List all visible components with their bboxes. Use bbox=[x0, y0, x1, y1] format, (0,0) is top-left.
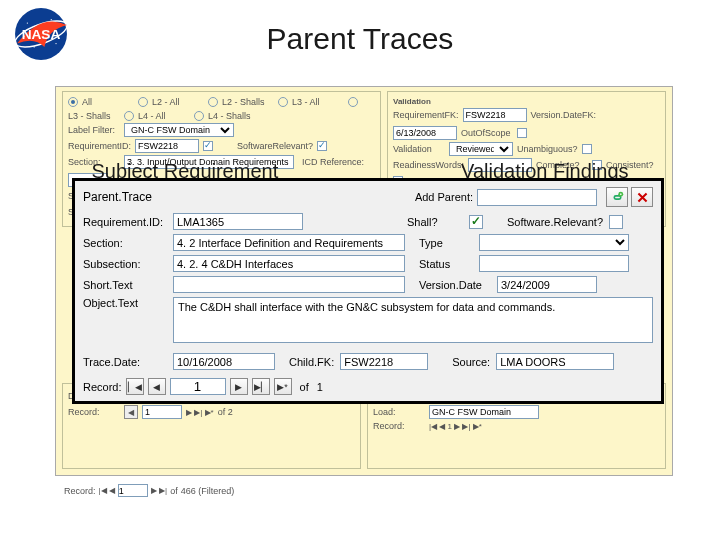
shorttext-label: Short.Text bbox=[83, 279, 173, 291]
status-input[interactable] bbox=[479, 255, 629, 272]
record-number-input[interactable] bbox=[170, 378, 226, 395]
childfk-input[interactable] bbox=[340, 353, 428, 370]
radio-l4-all[interactable] bbox=[124, 111, 134, 121]
record-prev-button[interactable]: ◀ bbox=[148, 378, 166, 395]
source-input[interactable] bbox=[496, 353, 614, 370]
tracedate-input[interactable] bbox=[173, 353, 275, 370]
bg-softrel-check[interactable] bbox=[317, 141, 327, 151]
record-new-button[interactable]: ▶* bbox=[274, 378, 292, 395]
delete-button[interactable] bbox=[631, 187, 653, 207]
requirement-id-input[interactable] bbox=[173, 213, 303, 230]
radio-l2-all[interactable] bbox=[138, 97, 148, 107]
dialog-title: Parent.Trace bbox=[83, 190, 363, 204]
section-label: Section: bbox=[83, 237, 173, 249]
requirement-id-label: Requirement.ID: bbox=[83, 216, 173, 228]
objecttext-area[interactable]: The C&DH shall interface with the GN&C s… bbox=[173, 297, 653, 343]
add-parent-label: Add Parent: bbox=[415, 191, 473, 203]
labelfilter-select[interactable]: GN-C FSW Domain bbox=[124, 123, 234, 137]
subsection-input[interactable] bbox=[173, 255, 405, 272]
type-label: Type bbox=[419, 237, 479, 249]
bg-reqid-input[interactable] bbox=[135, 139, 199, 153]
record-first-button[interactable]: ▏◀ bbox=[126, 378, 144, 395]
radio-l3-shalls[interactable] bbox=[348, 97, 358, 107]
radio-l3-all[interactable] bbox=[278, 97, 288, 107]
parent-trace-dialog: Parent.Trace Add Parent: Requirement.ID:… bbox=[72, 178, 664, 404]
link-add-button[interactable] bbox=[606, 187, 628, 207]
bg-datefk-input[interactable] bbox=[393, 126, 457, 140]
bg-outofscope-check[interactable] bbox=[517, 128, 527, 138]
record-next-button[interactable]: ▶ bbox=[230, 378, 248, 395]
shall-checkbox[interactable] bbox=[469, 215, 483, 229]
bg-shall-check[interactable] bbox=[203, 141, 213, 151]
childfk-label: Child.FK: bbox=[289, 356, 334, 368]
section-input[interactable] bbox=[173, 234, 405, 251]
record-total: 1 bbox=[317, 381, 323, 393]
objecttext-label: Object.Text bbox=[83, 297, 173, 309]
software-relevant-checkbox[interactable] bbox=[609, 215, 623, 229]
type-select[interactable] bbox=[479, 234, 629, 251]
record-of-label: of bbox=[300, 381, 309, 393]
bg-validation-select[interactable]: Reviewed bbox=[449, 142, 513, 156]
subsection-label: Subsection: bbox=[83, 258, 173, 270]
page-title: Parent Traces bbox=[0, 22, 720, 56]
record-last-button[interactable]: ▶▏ bbox=[252, 378, 270, 395]
source-label: Source: bbox=[452, 356, 490, 368]
svg-point-4 bbox=[51, 19, 52, 20]
shall-label: Shall? bbox=[407, 216, 467, 228]
status-label: Status bbox=[419, 258, 479, 270]
radio-all[interactable] bbox=[68, 97, 78, 107]
bg-load-input[interactable] bbox=[429, 405, 539, 419]
record-label: Record: bbox=[83, 381, 122, 393]
bg-reqfk-input[interactable] bbox=[463, 108, 527, 122]
radio-l4-shalls[interactable] bbox=[194, 111, 204, 121]
radio-l2-shalls[interactable] bbox=[208, 97, 218, 107]
tracedate-label: Trace.Date: bbox=[83, 356, 173, 368]
versiondate-input[interactable] bbox=[497, 276, 597, 293]
shorttext-input[interactable] bbox=[173, 276, 405, 293]
software-relevant-label: Software.Relevant? bbox=[507, 216, 603, 228]
add-parent-input[interactable] bbox=[477, 189, 597, 206]
versiondate-label: Version.Date bbox=[419, 279, 497, 291]
